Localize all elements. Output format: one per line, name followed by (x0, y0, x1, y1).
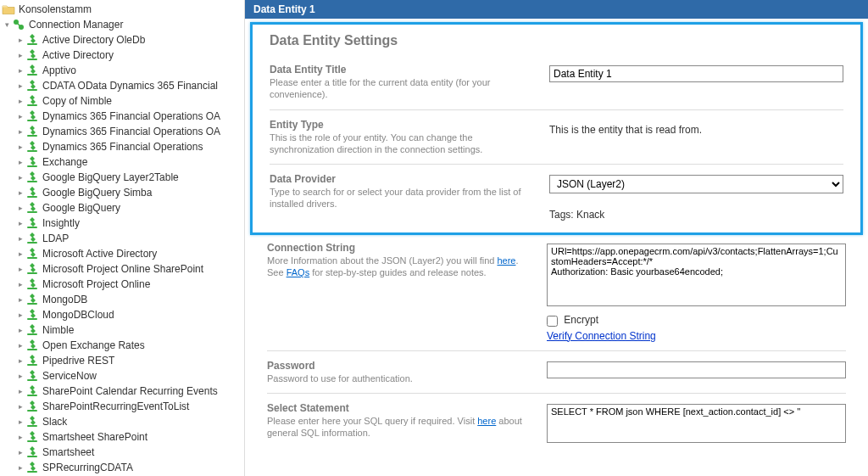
tree-leaf[interactable]: ▸ServiceNow (0, 368, 244, 384)
chevron-right-icon[interactable]: ▸ (15, 65, 25, 76)
connection-icon (25, 109, 39, 123)
entitytype-label: Entity Type (270, 119, 532, 131)
chevron-right-icon[interactable]: ▸ (15, 188, 25, 198)
tree-leaf[interactable]: ▸Apptivo (0, 63, 244, 78)
chevron-right-icon[interactable]: ▸ (15, 172, 25, 182)
chevron-right-icon[interactable]: ▸ (15, 340, 25, 350)
connstr-textarea[interactable] (547, 244, 846, 306)
tree-leaf-label: Google BigQuery (42, 202, 120, 214)
tree-leaf[interactable]: ▸Slack (0, 414, 244, 429)
tree-leaf[interactable]: ▸SharePointRecurringEventToList (0, 399, 244, 414)
chevron-right-icon[interactable]: ▸ (15, 233, 25, 244)
chevron-right-icon[interactable]: ▸ (15, 294, 25, 305)
tree-leaf[interactable]: ▸Dynamics 365 Financial Operations OA (0, 109, 244, 124)
connection-icon (25, 339, 39, 352)
chevron-right-icon[interactable]: ▸ (15, 417, 25, 427)
tree-leaf[interactable]: ▸Dynamics 365 Financial Operations (0, 139, 244, 154)
chevron-right-icon[interactable]: ▸ (15, 310, 25, 320)
chevron-right-icon[interactable]: ▸ (15, 126, 25, 137)
tree-connmgr[interactable]: ▾ Connection Manager (0, 17, 244, 32)
tree-leaf[interactable]: ▸SPRecurringCDATA (0, 460, 244, 475)
connection-icon (25, 262, 39, 276)
chevron-right-icon[interactable]: ▸ (15, 142, 25, 152)
tree-leaf[interactable]: ▸Insightly (0, 216, 244, 231)
chevron-right-icon[interactable]: ▸ (15, 157, 25, 167)
entity-tab[interactable]: Data Entity 1 (245, 0, 868, 19)
connstr-desc: More Information about the JSON (Layer2)… (267, 255, 530, 279)
svg-rect-2 (27, 43, 37, 45)
tree-leaf[interactable]: ▸LDAP (0, 231, 244, 246)
svg-rect-18 (27, 288, 37, 289)
tree-leaf[interactable]: ▸MongoDB (0, 292, 244, 307)
title-input[interactable] (549, 65, 843, 82)
tree-leaf-label: SharePointRecurringEventToList (42, 400, 189, 412)
chevron-right-icon[interactable]: ▸ (15, 203, 25, 213)
chevron-right-icon[interactable]: ▸ (15, 432, 25, 442)
chevron-right-icon[interactable]: ▸ (15, 35, 25, 45)
chevron-right-icon[interactable]: ▸ (15, 249, 25, 259)
tree-leaf-label: Apptivo (42, 64, 76, 76)
verify-connstr-link[interactable]: Verify Connection String (547, 330, 656, 342)
select-desc: Please enter here your SQL query if requ… (267, 415, 530, 440)
chevron-right-icon[interactable]: ▸ (15, 279, 25, 289)
provider-select[interactable]: JSON (Layer2) (549, 175, 843, 193)
tree-leaf[interactable]: ▸Open Exchange Rates (0, 338, 244, 353)
chevron-right-icon[interactable]: ▸ (15, 50, 25, 60)
chevron-right-icon[interactable]: ▸ (15, 462, 25, 473)
password-input[interactable] (547, 361, 846, 378)
connection-icon (25, 94, 39, 108)
encrypt-checkbox[interactable] (547, 316, 558, 327)
chevron-right-icon[interactable]: ▸ (15, 447, 25, 457)
tree-leaf[interactable]: ▸MongoDBCloud (0, 307, 244, 322)
chevron-right-icon[interactable]: ▸ (15, 325, 25, 335)
chevron-right-icon[interactable]: ▸ (15, 386, 25, 396)
connection-icon (25, 430, 39, 444)
chevron-right-icon[interactable]: ▸ (15, 218, 25, 228)
chevron-right-icon[interactable]: ▸ (15, 96, 25, 106)
tree-leaf[interactable]: ▸Copy of Nimble (0, 93, 244, 109)
connection-icon (25, 415, 39, 428)
tree-leaf[interactable]: ▸Exchange (0, 154, 244, 170)
entitytype-value: This is the entity that is read from. (549, 120, 843, 136)
tree-leaf[interactable]: ▸Microsoft Project Online SharePoint (0, 261, 244, 277)
chevron-right-icon[interactable]: ▸ (15, 264, 25, 274)
svg-rect-16 (27, 257, 37, 259)
chevron-down-icon[interactable]: ▾ (2, 20, 12, 30)
tree-leaf[interactable]: ▸Microsoft Active Directory (0, 246, 244, 261)
provider-tags: Tags: Knack (549, 209, 843, 221)
provider-label: Data Provider (270, 173, 532, 185)
select-here-link[interactable]: here (477, 416, 496, 426)
connstr-faqs-link[interactable]: FAQs (287, 267, 310, 277)
chevron-right-icon[interactable]: ▸ (15, 111, 25, 121)
select-textarea[interactable] (547, 404, 846, 443)
tree-leaf[interactable]: ▸Google BigQuery Simba (0, 185, 244, 200)
tree-leaf[interactable]: ▸Pipedrive REST (0, 353, 244, 368)
svg-rect-21 (27, 333, 37, 335)
tree-leaf[interactable]: ▸SharePoint Calendar Recurring Events (0, 384, 244, 399)
tree-leaf[interactable]: ▸Smartsheet (0, 445, 244, 460)
password-desc: Password to use for authentication. (267, 372, 530, 384)
tree-leaf[interactable]: ▸Nimble (0, 322, 244, 338)
connstr-here-link[interactable]: here (497, 255, 515, 266)
tree-leaf[interactable]: ▸Microsoft Project Online (0, 277, 244, 292)
svg-rect-13 (27, 211, 37, 213)
tree-leaf-label: Smartsheet SharePoint (42, 431, 147, 443)
connection-icon (25, 48, 39, 62)
connection-icon (25, 308, 39, 322)
tree-leaf[interactable]: ▸Google BigQuery (0, 200, 244, 216)
tree-sidebar[interactable]: Konsolenstamm ▾ Connection Manager ▸Acti… (0, 0, 244, 476)
svg-rect-29 (27, 456, 37, 457)
chevron-right-icon[interactable]: ▸ (15, 81, 25, 91)
tree-leaf[interactable]: ▸Dynamics 365 Financial Operations OA (0, 124, 244, 139)
svg-rect-28 (27, 440, 37, 442)
chevron-right-icon[interactable]: ▸ (15, 401, 25, 412)
tree-leaf[interactable]: ▸Google BigQuery Layer2Table (0, 170, 244, 185)
chevron-right-icon[interactable]: ▸ (15, 356, 25, 366)
tree-leaf-label: Copy of Nimble (42, 95, 112, 107)
tree-leaf[interactable]: ▸Active Directory (0, 48, 244, 63)
tree-leaf[interactable]: ▸Active Directory OleDb (0, 32, 244, 48)
tree-leaf[interactable]: ▸Smartsheet SharePoint (0, 429, 244, 445)
tree-leaf[interactable]: ▸CDATA OData Dynamics 365 Financial (0, 78, 244, 93)
chevron-right-icon[interactable]: ▸ (15, 371, 25, 381)
tree-root[interactable]: Konsolenstamm (0, 2, 244, 17)
